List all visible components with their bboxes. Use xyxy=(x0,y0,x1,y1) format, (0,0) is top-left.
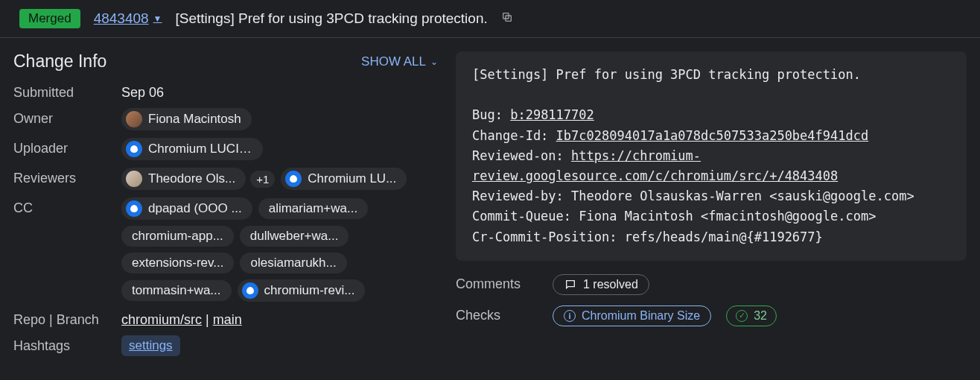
label-owner: Owner xyxy=(13,108,121,127)
comments-label: Comments xyxy=(456,276,538,292)
check-icon: ✓ xyxy=(736,310,748,322)
label-submitted: Submitted xyxy=(13,82,121,101)
repo-link[interactable]: chromium/src xyxy=(121,312,202,327)
hashtag-chip[interactable]: settings xyxy=(121,335,180,356)
cc-chip[interactable]: olesiamarukh... xyxy=(240,253,346,273)
avatar xyxy=(242,282,258,299)
cc-chip[interactable]: dpapad (OOO ... xyxy=(121,197,252,220)
change-info-panel: Change Info SHOW ALL ⌄ Submitted Sep 06 … xyxy=(13,51,438,364)
check-pill-binary-size[interactable]: i Chromium Binary Size xyxy=(553,305,711,326)
reviewer-chip[interactable]: Chromium LU... xyxy=(281,168,407,190)
branch-link[interactable]: main xyxy=(213,312,242,327)
change-title: [Settings] Pref for using 3PCD tracking … xyxy=(176,10,488,27)
comment-icon xyxy=(564,278,577,291)
change-info-heading: Change Info xyxy=(13,51,106,72)
cr-commit-position: Cr-Commit-Position: refs/heads/main@{#11… xyxy=(472,227,950,247)
cc-chip[interactable]: chromium-app... xyxy=(121,226,234,247)
avatar xyxy=(126,171,142,187)
owner-chip[interactable]: Fiona Macintosh xyxy=(121,108,252,130)
change-header: Merged 4843408 ▼ [Settings] Pref for usi… xyxy=(0,0,980,38)
cc-chip[interactable]: alimariam+wa... xyxy=(258,198,369,219)
show-all-button[interactable]: SHOW ALL ⌄ xyxy=(361,54,438,69)
cc-chip[interactable]: extensions-rev... xyxy=(121,253,234,273)
cc-chip[interactable]: chromium-revi... xyxy=(238,279,366,302)
label-cc: CC xyxy=(13,197,121,216)
submitted-value: Sep 06 xyxy=(121,82,438,101)
status-badge: Merged xyxy=(19,9,80,28)
chevron-down-icon: ⌄ xyxy=(430,57,438,67)
label-reviewers: Reviewers xyxy=(13,168,121,186)
cc-chip[interactable]: dullweber+wa... xyxy=(240,226,349,247)
check-pill-passed[interactable]: ✓ 32 xyxy=(726,305,777,326)
checks-label: Checks xyxy=(456,308,538,323)
reviewed-by: Reviewed-by: Theodore Olsauskas-Warren <… xyxy=(472,186,950,206)
bug-link[interactable]: b:298117702 xyxy=(510,107,594,122)
info-icon: i xyxy=(564,310,576,322)
label-hashtags: Hashtags xyxy=(13,335,121,354)
caret-down-icon: ▼ xyxy=(153,13,162,24)
label-uploader: Uploader xyxy=(13,138,121,156)
commit-title: [Settings] Pref for using 3PCD tracking … xyxy=(472,65,950,85)
cc-chip[interactable]: tommasin+wa... xyxy=(121,280,232,301)
label-repo-branch: Repo | Branch xyxy=(13,309,121,328)
copy-icon[interactable] xyxy=(501,11,513,26)
avatar xyxy=(126,111,142,127)
change-number: 4843408 xyxy=(94,10,149,27)
commit-queue: Commit-Queue: Fiona Macintosh <fmacintos… xyxy=(472,206,950,227)
avatar xyxy=(126,200,142,217)
changeid-link[interactable]: Ib7c028094017a1a078dc507533a250be4f941dc… xyxy=(556,128,869,143)
reviewer-chip[interactable]: Theodore Ols... xyxy=(121,168,246,190)
uploader-chip[interactable]: Chromium LUCI CQ xyxy=(121,138,263,160)
commit-message: [Settings] Pref for using 3PCD tracking … xyxy=(456,51,967,261)
avatar xyxy=(126,141,142,157)
comments-resolved-pill[interactable]: 1 resolved xyxy=(553,274,649,295)
change-number-link[interactable]: 4843408 ▼ xyxy=(94,10,162,27)
avatar xyxy=(285,171,302,187)
reviewer-vote-badge: +1 xyxy=(250,171,275,188)
